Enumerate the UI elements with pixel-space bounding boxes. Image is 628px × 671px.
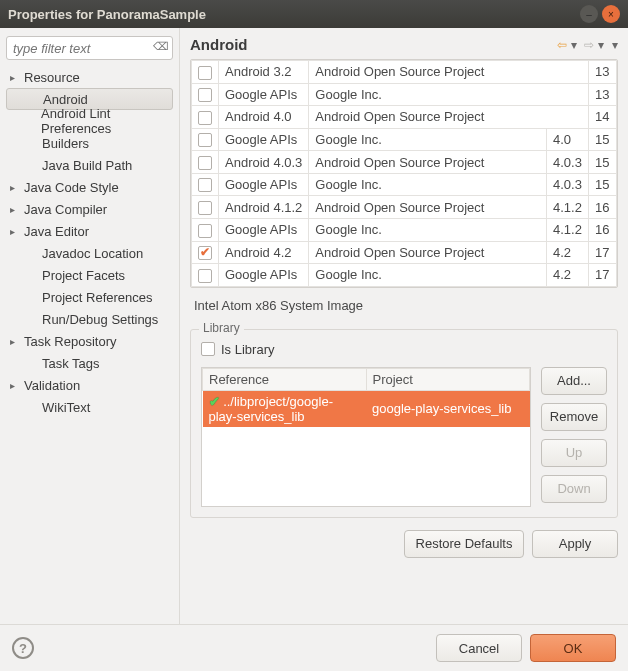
target-checkbox[interactable] [198,156,212,170]
minimize-icon[interactable]: – [580,5,598,23]
window-titlebar: Properties for PanoramaSample – × [0,0,628,28]
is-library-checkbox[interactable] [201,342,215,356]
nav-back-menu-icon[interactable]: ▾ [571,38,577,52]
target-name: Google APIs [219,218,309,241]
filter-input[interactable] [6,36,173,60]
target-row[interactable]: Google APIsGoogle Inc.4.015 [192,128,617,151]
target-vendor: Google Inc. [309,83,589,106]
library-reference: ../libproject/google-play-services_lib [203,390,367,427]
library-table[interactable]: Reference Project ../libproject/google-p… [202,368,530,427]
target-vendor: Android Open Source Project [309,151,547,174]
sidebar: ⌫ ▸ResourceAndroidAndroid Lint Preferenc… [0,28,180,624]
target-name: Google APIs [219,128,309,151]
sidebar-item-label: Java Compiler [22,202,107,217]
add-button[interactable]: Add... [541,367,607,395]
target-checkbox[interactable] [198,178,212,192]
target-version: 4.0.3 [547,151,589,174]
sidebar-item-project-references[interactable]: Project References [6,286,173,308]
target-name: Android 3.2 [219,61,309,84]
target-checkbox[interactable] [198,201,212,215]
target-row[interactable]: Android 4.1.2Android Open Source Project… [192,196,617,219]
target-checkbox[interactable] [198,269,212,283]
sidebar-item-java-code-style[interactable]: ▸Java Code Style [6,176,173,198]
sidebar-item-java-build-path[interactable]: Java Build Path [6,154,173,176]
disclosure-icon: ▸ [10,336,22,347]
nav-back-icon[interactable]: ⇦ [557,38,567,52]
help-icon[interactable]: ? [12,637,34,659]
close-icon[interactable]: × [602,5,620,23]
nav-forward-icon[interactable]: ⇨ [584,38,594,52]
system-image-label: Intel Atom x86 System Image [190,288,618,319]
down-button[interactable]: Down [541,475,607,503]
target-name: Android 4.2 [219,241,309,264]
main-panel: Android ⇦▾ ⇨▾ ▾ Android 3.2Android Open … [180,28,628,624]
target-vendor: Google Inc. [309,128,547,151]
target-row[interactable]: Android 4.0Android Open Source Project14 [192,106,617,129]
window-title: Properties for PanoramaSample [8,7,576,22]
nav-forward-menu-icon[interactable]: ▾ [598,38,604,52]
sidebar-item-project-facets[interactable]: Project Facets [6,264,173,286]
target-version: 4.2 [547,241,589,264]
clear-filter-icon[interactable]: ⌫ [153,40,169,56]
sidebar-item-label: Android [41,92,88,107]
disclosure-icon: ▸ [10,72,22,83]
target-name: Google APIs [219,173,309,196]
target-row[interactable]: Google APIsGoogle Inc.4.0.315 [192,173,617,196]
cancel-button[interactable]: Cancel [436,634,522,662]
target-api: 13 [589,61,617,84]
sidebar-item-label: Run/Debug Settings [40,312,158,327]
target-checkbox[interactable] [198,111,212,125]
remove-button[interactable]: Remove [541,403,607,431]
col-reference[interactable]: Reference [203,368,367,390]
target-name: Android 4.0.3 [219,151,309,174]
sidebar-item-task-tags[interactable]: Task Tags [6,352,173,374]
sidebar-item-wikitext[interactable]: WikiText [6,396,173,418]
target-api: 13 [589,83,617,106]
target-checkbox[interactable] [198,88,212,102]
is-library-label: Is Library [221,342,274,357]
sidebar-item-java-compiler[interactable]: ▸Java Compiler [6,198,173,220]
target-name: Android 4.0 [219,106,309,129]
target-api: 14 [589,106,617,129]
target-checkbox[interactable] [198,66,212,80]
target-row[interactable]: Google APIsGoogle Inc.4.217 [192,264,617,287]
disclosure-icon: ▸ [10,226,22,237]
sidebar-item-label: WikiText [40,400,90,415]
sidebar-item-label: Task Tags [40,356,100,371]
sidebar-item-run-debug-settings[interactable]: Run/Debug Settings [6,308,173,330]
apply-button[interactable]: Apply [532,530,618,558]
target-checkbox[interactable] [198,246,212,260]
disclosure-icon: ▸ [10,182,22,193]
target-row[interactable]: Android 4.0.3Android Open Source Project… [192,151,617,174]
sidebar-item-android-lint-preferences[interactable]: Android Lint Preferences [6,110,173,132]
sidebar-item-label: Java Editor [22,224,89,239]
target-vendor: Google Inc. [309,173,547,196]
sidebar-item-label: Builders [40,136,89,151]
sidebar-item-resource[interactable]: ▸Resource [6,66,173,88]
target-row[interactable]: Google APIsGoogle Inc.4.1.216 [192,218,617,241]
target-vendor: Google Inc. [309,218,547,241]
restore-defaults-button[interactable]: Restore Defaults [404,530,524,558]
sidebar-item-javadoc-location[interactable]: Javadoc Location [6,242,173,264]
sidebar-item-label: Validation [22,378,80,393]
target-vendor: Android Open Source Project [309,106,589,129]
view-menu-icon[interactable]: ▾ [612,38,618,52]
target-version: 4.0 [547,128,589,151]
sidebar-item-task-repository[interactable]: ▸Task Repository [6,330,173,352]
target-vendor: Google Inc. [309,264,547,287]
sidebar-item-java-editor[interactable]: ▸Java Editor [6,220,173,242]
target-row[interactable]: Android 3.2Android Open Source Project13 [192,61,617,84]
target-checkbox[interactable] [198,133,212,147]
target-row[interactable]: Google APIsGoogle Inc.13 [192,83,617,106]
target-checkbox[interactable] [198,224,212,238]
library-row[interactable]: ../libproject/google-play-services_libgo… [203,390,530,427]
sidebar-item-label: Android Lint Preferences [39,106,173,136]
sidebar-item-validation[interactable]: ▸Validation [6,374,173,396]
up-button[interactable]: Up [541,439,607,467]
col-project[interactable]: Project [366,368,530,390]
sidebar-item-label: Java Build Path [40,158,132,173]
ok-button[interactable]: OK [530,634,616,662]
target-row[interactable]: Android 4.2Android Open Source Project4.… [192,241,617,264]
target-version: 4.2 [547,264,589,287]
sidebar-item-label: Project References [40,290,153,305]
